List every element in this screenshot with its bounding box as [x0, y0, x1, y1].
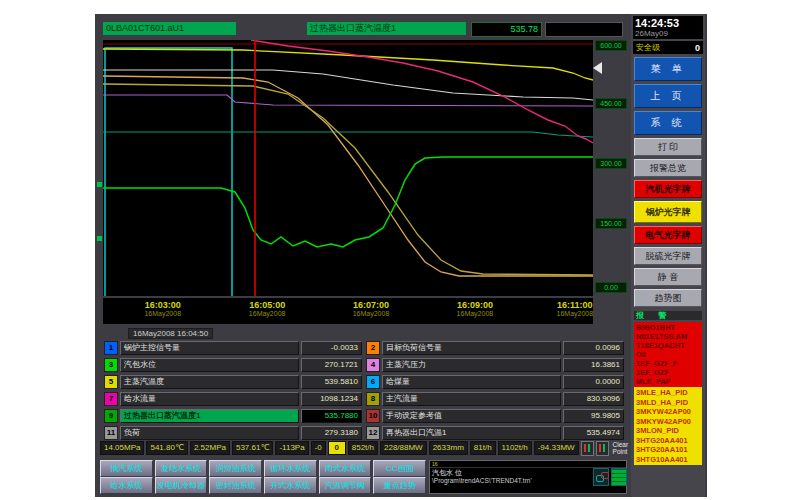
alarm-tag[interactable]: B99O1BHT	[636, 323, 700, 332]
status-value: -0	[311, 441, 326, 455]
mute-button[interactable]: 静 音	[634, 268, 702, 286]
trend-plot-area[interactable]	[103, 40, 593, 296]
y-axis-label: 600.00	[595, 40, 627, 51]
legend-column-right: 2目标负荷信号量0.00964主蒸汽压力16.38616给煤量0.00008主汽…	[366, 341, 624, 440]
boiler-annunciator-button[interactable]: 锅炉光字牌	[634, 201, 702, 223]
grid-icon[interactable]	[611, 468, 627, 486]
toolbar-icons	[593, 460, 627, 494]
pen-color-chip: 6	[366, 375, 380, 389]
left-scale-marker	[97, 236, 102, 241]
alarm-tag[interactable]: 3MKYW42AP00	[636, 407, 700, 417]
alarm-tag[interactable]: 3HTG10AA401	[636, 455, 700, 465]
alarm-tag[interactable]: 3MLE_HA_PID	[636, 388, 700, 398]
status-value: 852t/h	[348, 441, 378, 455]
alarm-tag[interactable]: 3MLD_HA_PID	[636, 398, 700, 408]
legend-row[interactable]: 6给煤量0.0000	[366, 375, 624, 389]
system-screen-button[interactable]: 开式水系统	[264, 477, 317, 494]
x-axis-tick: 16:07:0016May2008	[353, 300, 390, 317]
alarm-list-warning[interactable]: 3MLE_HA_PID3MLD_HA_PID3MKYW42AP003MKYW42…	[634, 387, 702, 465]
pen-label: 手动设定参考值	[382, 409, 561, 423]
prev-page-button[interactable]: 上 页	[634, 84, 702, 108]
status-value: -113Pa	[275, 441, 308, 455]
legend-row[interactable]: 7给水流量1098.1234	[104, 392, 362, 406]
link-icon[interactable]	[593, 468, 609, 486]
legend-row[interactable]: 9过热器出口蒸汽温度1535.7880	[104, 409, 362, 423]
green-line	[103, 157, 593, 247]
legend-column-left: 1锅炉主控信号量-0.00333汽包水位270.17215主蒸汽温度539.58…	[104, 341, 362, 440]
legend-row[interactable]: 8主汽流量830.9096	[366, 392, 624, 406]
alarm-tag[interactable]: 3MKYW42AP00	[636, 417, 700, 427]
system-screen-button[interactable]: 凝结水系统	[155, 460, 208, 477]
x-axis-tick: 16:03:0016May2008	[144, 300, 181, 317]
legend-row[interactable]: 12再热器出口汽温1535.4974	[366, 426, 624, 440]
alarm-list-active[interactable]: B99O1BHTN01E1TSS.AMT18E1QACHTO21EF_GZF_F…	[634, 322, 702, 387]
alarm-tag[interactable]: 3HTG20AA101	[636, 445, 700, 455]
system-screen-button[interactable]: 密封油系统	[209, 477, 262, 494]
legend-row[interactable]: 4主蒸汽压力16.3861	[366, 358, 624, 372]
alarm-tag[interactable]: T18E1QACHT	[636, 341, 700, 350]
system-screen-button[interactable]: 润滑油系统	[209, 460, 262, 477]
legend-row[interactable]: 2目标负荷信号量0.0096	[366, 341, 624, 355]
status-value: -94.33MW	[534, 441, 579, 455]
pen-color-chip: 9	[104, 409, 118, 423]
screenshot-stage: 0LBA01CT601.aU1 过热器出口蒸汽温度1 535.78 600.00…	[0, 0, 800, 500]
system-screen-button[interactable]: 汽温调节阀	[319, 477, 372, 494]
system-screen-button[interactable]: 循环水系统	[264, 460, 317, 477]
alarm-summary-button[interactable]: 报警总览	[634, 159, 702, 177]
pen-value: 535.7880	[301, 409, 362, 423]
legend-row[interactable]: 3汽包水位270.1721	[104, 358, 362, 372]
system-screen-button[interactable]: 抽汽系统	[100, 460, 153, 477]
pen-value: 535.4974	[563, 426, 624, 440]
pen-label: 过热器出口蒸汽温度1	[120, 409, 299, 423]
toolbar-row-2: 给水系统发电机冷却器密封油系统开式水系统汽温调节阀重点趋势	[100, 477, 426, 492]
pen-value: 539.5810	[301, 375, 362, 389]
security-label: 安全级	[636, 42, 660, 53]
security-level: 安全级 0	[633, 41, 703, 54]
scale-slider-triangle[interactable]	[593, 62, 602, 74]
pen-legend: 16May2008 16:04:50 1锅炉主控信号量-0.00333汽包水位2…	[100, 328, 628, 452]
status-value: 228/88MW	[380, 441, 427, 455]
alarm-tag[interactable]: MLE_PAF	[636, 377, 700, 386]
pen-name-field[interactable]: 过热器出口蒸汽温度1	[307, 22, 466, 35]
tick-date: 16May2008	[353, 310, 390, 317]
pen-value-display: 535.78	[471, 22, 542, 37]
security-value: 0	[695, 43, 700, 53]
toolbar-row-1: 抽汽系统凝结水系统润滑油系统循环水系统闭式水系统CC画面	[100, 460, 426, 475]
alarm-tag[interactable]: 1EF_GZF	[636, 368, 700, 377]
alarm-tag[interactable]: O2	[636, 350, 700, 359]
system-screen-button[interactable]: 闭式水系统	[319, 460, 372, 477]
electrical-annunciator-button[interactable]: 电气光字牌	[634, 226, 702, 244]
system-screen-button[interactable]: 重点趋势	[373, 477, 426, 494]
pen-label: 给煤量	[382, 375, 561, 389]
pen-tag-field[interactable]: 0LBA01CT601.aU1	[103, 22, 236, 35]
print-button[interactable]: 打 印	[634, 138, 702, 156]
pen-label: 主蒸汽压力	[382, 358, 561, 372]
alarm-tag[interactable]: N01E1TSS.AM	[636, 332, 700, 341]
header-spare-field[interactable]	[545, 22, 623, 37]
menu-button[interactable]: 菜 单	[634, 57, 702, 81]
pen-label: 汽包水位	[120, 358, 299, 372]
alarm-tag[interactable]: 3HTG20AA401	[636, 436, 700, 446]
system-screen-button[interactable]: 发电机冷却器	[155, 477, 208, 494]
pen-value: 0.0096	[563, 341, 624, 355]
turbine-annunciator-button[interactable]: 汽机光字牌	[634, 180, 702, 198]
legend-row[interactable]: 5主蒸汽温度539.5810	[104, 375, 362, 389]
toggle-icon[interactable]	[596, 441, 609, 456]
trend-curves-svg	[103, 40, 593, 296]
alarm-tag[interactable]: 3MLON_PID	[636, 426, 700, 436]
legend-row[interactable]: 11负荷279.3180	[104, 426, 362, 440]
y-axis-label: 300.00	[595, 158, 627, 169]
status-value: 14.05MPa	[100, 441, 144, 455]
pen-value: 270.1721	[301, 358, 362, 372]
trend-chart-button[interactable]: 趋势图	[634, 289, 702, 307]
system-screen-button[interactable]: CC画面	[373, 460, 426, 477]
alarm-tag[interactable]: 1EF_GZF_F	[636, 359, 700, 368]
legend-row[interactable]: 1锅炉主控信号量-0.0033	[104, 341, 362, 355]
legend-row[interactable]: 10手动设定参考值95.9805	[366, 409, 624, 423]
pen-label: 目标负荷信号量	[382, 341, 561, 355]
fgd-annunciator-button[interactable]: 脱硫光字牌	[634, 247, 702, 265]
toggle-icon[interactable]	[581, 441, 594, 456]
system-button[interactable]: 系 统	[634, 111, 702, 135]
time-axis: 16:03:0016May200816:05:0016May200816:07:…	[103, 298, 593, 324]
system-screen-button[interactable]: 给水系统	[100, 477, 153, 494]
